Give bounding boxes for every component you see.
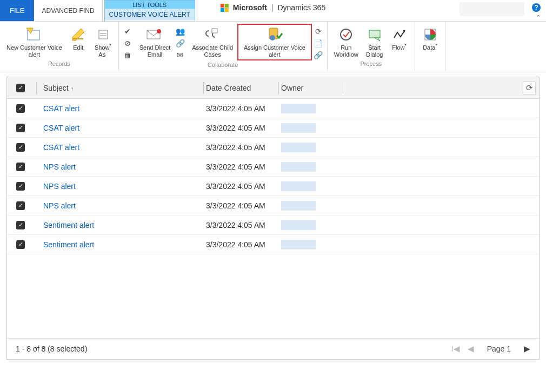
link-icon[interactable]: 🔗 [313,50,324,60]
flow-icon [391,26,408,43]
delete-icon[interactable]: 🗑 [122,50,133,60]
show-as-icon [95,26,112,43]
row-checkbox[interactable]: ✓ [16,240,25,249]
svg-rect-13 [369,30,380,38]
dropdown-icon: ▾ [435,42,437,47]
assign-icon [266,26,283,43]
grid-footer: 1 - 8 of 8 (8 selected) I◀ ◀ Page 1 ▶ [7,338,539,359]
date-cell: 3/3/2022 4:05 AM [206,201,276,210]
dialog-icon [366,26,383,43]
flow-button[interactable]: Flow▾ [388,24,411,59]
date-cell: 3/3/2022 4:05 AM [206,104,276,113]
svg-point-8 [157,29,161,33]
tab-context-list-tools: LIST TOOLS CUSTOMER VOICE ALERT [104,0,195,21]
email-link-icon[interactable]: ✉ [175,50,185,60]
assign-customer-voice-alert-button[interactable]: Assign Customer Voicealert [237,24,312,60]
subject-link[interactable]: Sentiment alert [43,240,94,249]
table-row[interactable]: ✓CSAT alert3/3/2022 4:05 AM [7,138,539,157]
prev-page-button[interactable]: ◀ [468,344,474,354]
next-page-button[interactable]: ▶ [524,344,530,354]
ribbon-group-collaborate: ✔ ⊘ 🗑 Send DirectEmail 👥 🔗 ✉ Associate C… [119,22,328,71]
ribbon-group-records: New Customer Voicealert Edit ShowAs ▾ Re… [0,22,119,71]
subject-link[interactable]: CSAT alert [43,143,79,152]
selection-status: 1 - 8 of 8 (8 selected) [16,344,87,353]
new-record-icon [25,26,43,43]
owner-cell [281,181,316,191]
date-cell: 3/3/2022 4:05 AM [206,182,276,191]
owner-cell [281,220,316,230]
share-icon[interactable]: 👥 [175,26,185,37]
svg-point-11 [270,35,275,40]
run-workflow-button[interactable]: RunWorkflow [331,24,362,59]
associate-icon [204,26,221,43]
subject-link[interactable]: NPS alert [43,182,76,191]
new-customer-voice-alert-button[interactable]: New Customer Voicealert [3,24,65,59]
table-row[interactable]: ✓CSAT alert3/3/2022 4:05 AM [7,99,539,118]
tab-customer-voice-alert[interactable]: CUSTOMER VOICE ALERT [105,9,195,21]
ribbon-group-data: Data▾ [415,22,446,71]
deactivate-icon[interactable]: ⊘ [122,38,133,49]
ribbon: New Customer Voicealert Edit ShowAs ▾ Re… [0,22,546,71]
pager: I◀ ◀ Page 1 ▶ [451,344,530,354]
refresh-small-icon[interactable]: ⟳ [313,26,324,37]
first-page-button[interactable]: I◀ [451,344,460,354]
subject-link[interactable]: NPS alert [43,201,76,210]
tab-bar: FILE ADVANCED FIND LIST TOOLS CUSTOMER V… [0,0,546,22]
edit-icon [70,26,87,43]
subject-link[interactable]: Sentiment alert [43,221,94,229]
subject-link[interactable]: CSAT alert [43,104,79,113]
ribbon-group-process: RunWorkflow StartDialog Flow▾ Process [328,22,415,71]
table-row[interactable]: ✓NPS alert3/3/2022 4:05 AM [7,196,539,215]
refresh-grid-button[interactable]: ⟳ [523,82,536,94]
grid-header-row: ✓ Subject↑ Date Created Owner ⟳ [7,77,539,99]
collapse-ribbon-icon[interactable]: ⌃ [536,14,541,21]
associate-child-cases-button[interactable]: Associate ChildCases [189,24,236,60]
owner-cell [281,123,316,133]
subject-link[interactable]: NPS alert [43,163,76,171]
column-header-owner[interactable]: Owner [281,84,341,92]
table-row[interactable]: ✓Sentiment alert3/3/2022 4:05 AM [7,215,539,235]
brand-header: Microsoft | Dynamics 365 [221,3,325,12]
table-row[interactable]: ✓NPS alert3/3/2022 4:05 AM [7,177,539,196]
user-info-block[interactable] [460,2,524,16]
tab-file[interactable]: FILE [0,0,34,21]
brand-ms: Microsoft [233,3,267,12]
owner-cell [281,201,316,211]
copy-link-icon[interactable]: 🔗 [175,38,185,49]
send-direct-email-button[interactable]: Send DirectEmail [136,24,174,60]
table-row[interactable]: ✓CSAT alert3/3/2022 4:05 AM [7,118,539,138]
brand-product: Dynamics 365 [277,3,325,12]
subject-link[interactable]: CSAT alert [43,124,79,132]
svg-point-12 [341,29,351,40]
start-dialog-button[interactable]: StartDialog [363,24,387,59]
show-as-button[interactable]: ShowAs ▾ [91,24,115,59]
svg-marker-14 [375,38,380,41]
help-icon[interactable]: ? [532,3,541,12]
column-header-date[interactable]: Date Created [206,84,276,92]
owner-cell [281,104,316,113]
row-checkbox[interactable]: ✓ [16,143,25,152]
activate-icon[interactable]: ✔ [122,26,133,37]
edit-button[interactable]: Edit [66,24,90,59]
tab-advanced-find[interactable]: ADVANCED FIND [34,0,102,21]
sort-asc-icon: ↑ [71,85,74,92]
row-checkbox[interactable]: ✓ [16,124,25,132]
dropdown-icon: ▾ [109,42,111,47]
row-checkbox[interactable]: ✓ [16,104,25,113]
row-checkbox[interactable]: ✓ [16,163,25,171]
data-button[interactable]: Data▾ [418,24,442,59]
table-row[interactable]: ✓NPS alert3/3/2022 4:05 AM [7,157,539,177]
row-checkbox[interactable]: ✓ [16,201,25,210]
row-checkbox[interactable]: ✓ [16,182,25,191]
report-icon[interactable]: 📄 [313,38,324,49]
date-cell: 3/3/2022 4:05 AM [206,124,276,132]
column-header-subject[interactable]: Subject↑ [39,84,201,92]
table-row[interactable]: ✓Sentiment alert3/3/2022 4:05 AM [7,235,539,254]
svg-rect-9 [212,29,217,33]
microsoft-logo-icon [221,4,229,12]
ribbon-label-collaborate: Collaborate [122,60,324,70]
row-checkbox[interactable]: ✓ [16,221,25,229]
select-all-checkbox[interactable]: ✓ [16,84,25,92]
owner-cell [281,143,316,152]
dropdown-icon: ▾ [404,42,407,47]
